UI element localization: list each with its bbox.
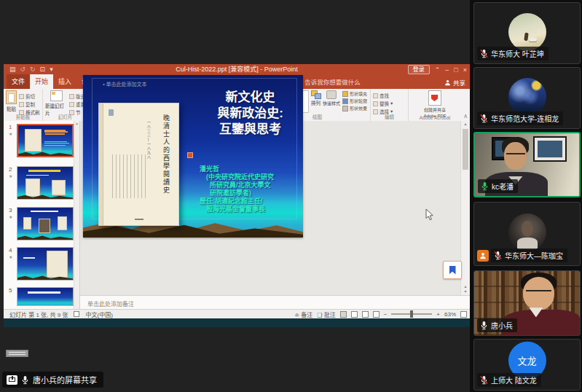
book-title-calligraphy: 晚清士人的西學閱讀史 xyxy=(162,114,171,195)
slide-body-text[interactable]: 潘光哲 (中央研究院近代史研究 所研究員/北京大學文 研院邀訪學者) 歷任:胡適… xyxy=(200,165,302,213)
animation-star-icon: ★ xyxy=(9,173,12,179)
login-button[interactable]: 登录 xyxy=(408,65,430,74)
notes-toggle[interactable]: ≐ 备注 xyxy=(294,310,312,318)
mic-active-icon xyxy=(481,181,489,191)
normal-view-icon[interactable] xyxy=(340,311,347,318)
accessibility-icon[interactable] xyxy=(74,311,79,317)
mic-muted-icon xyxy=(480,375,488,385)
participant-tile-5[interactable]: 唐小兵 xyxy=(473,270,581,336)
slide-thumbnail-4[interactable] xyxy=(17,247,74,281)
zoom-slider-thumb[interactable] xyxy=(410,310,413,318)
slide-thumbnail-1[interactable] xyxy=(17,124,74,157)
scrollbar-thumb[interactable] xyxy=(463,129,468,170)
save-icon[interactable]: ▤ xyxy=(9,64,16,75)
zoom-slider[interactable] xyxy=(391,313,432,315)
group-slides: 新建幻灯片 版式 重置 节 幻灯片 xyxy=(43,89,88,121)
participant-name: 上师大 陆文龙 xyxy=(491,375,537,385)
book-publisher-mark xyxy=(135,219,143,220)
close-icon[interactable]: × xyxy=(463,66,467,74)
notes-pane[interactable]: 单击此处添加备注 xyxy=(80,295,470,309)
participant-tile-6[interactable]: 文龙 上师大 陆文龙 xyxy=(473,339,581,391)
participant-tile-2[interactable]: 华东师范大学-连相龙 xyxy=(473,67,581,129)
animation-star-icon: ★ xyxy=(9,214,12,219)
participant-name: 华东师范大学-连相龙 xyxy=(491,113,559,124)
arrange-button[interactable]: 排列 xyxy=(311,90,321,113)
zoom-out-icon[interactable]: − xyxy=(384,311,388,318)
redo-icon[interactable]: ↻ xyxy=(30,64,36,75)
slide-counter: 幻灯片 第 1 张, 共 9 张 xyxy=(9,310,68,318)
thumbnail-row-4: 4 ★ xyxy=(4,247,79,283)
red-marker xyxy=(187,152,193,158)
slide-thumbnail-3[interactable] xyxy=(17,207,74,240)
animation-star-icon: ★ xyxy=(9,254,12,259)
slide-title-text[interactable]: 新文化史 與新政治史: 互鑒與思考 xyxy=(200,90,301,138)
slideshow-view-icon[interactable] xyxy=(373,311,380,318)
picture-frame xyxy=(533,136,566,162)
participants-panel: 华东师大 叶芷坤 华东师范大学-连相龙 xyxy=(470,0,582,392)
create-pdf-button[interactable]: 创建并共享 Adobe PDF xyxy=(411,90,459,118)
zoom-in-icon[interactable]: + xyxy=(436,311,440,318)
host-badge-icon xyxy=(477,250,489,262)
fit-slide-icon[interactable] xyxy=(460,311,467,318)
undo-icon[interactable]: ↺ xyxy=(20,64,26,75)
shape-effects-button[interactable]: 形状效果 xyxy=(342,105,367,111)
avatar-initials: 文龙 xyxy=(517,353,536,367)
slide-sorter-view-icon[interactable] xyxy=(351,311,358,318)
language-status[interactable]: 中文(中国) xyxy=(85,310,112,318)
thumb-number: 2 xyxy=(9,166,12,173)
copy-icon xyxy=(19,102,24,107)
reset-icon xyxy=(69,102,74,107)
share-button[interactable]: 共享 xyxy=(444,78,465,87)
slide-text-placeholder[interactable]: • 单击此处添加文本 xyxy=(103,80,146,87)
cut-button[interactable]: 剪切 xyxy=(19,93,40,100)
current-slide-canvas[interactable]: • 单击此处添加文本 晚清士人的西學閱讀史 一八三三—一八九八 新文化史 與新政… xyxy=(83,75,303,238)
slide-thumbnail-2[interactable] xyxy=(17,166,74,200)
quick-access-toolbar: ▤ ↺ ↻ ⊡ ▾ xyxy=(9,64,53,75)
participant-name: 唐小兵 xyxy=(491,320,513,331)
slide-thumbnail-5[interactable] xyxy=(17,287,74,306)
thumbnail-scrollbar[interactable]: ▴ xyxy=(74,121,79,309)
mic-on-icon xyxy=(480,321,488,330)
shape-fill-button[interactable]: 形状填充 xyxy=(342,90,367,97)
meeting-window: ▤ ↺ ↻ ⊡ ▾ Cul-Hist-2022.ppt [兼容模式] - Pow… xyxy=(0,0,582,392)
tell-me-box[interactable]: 告诉我你想要做什么 xyxy=(292,75,365,89)
maximize-icon[interactable]: □ xyxy=(454,66,457,74)
replace-button[interactable]: 替换 ▾ xyxy=(373,100,406,107)
tab-home[interactable]: 开始 xyxy=(30,74,53,89)
participant-name: kc老潘 xyxy=(492,181,514,192)
bookmark-popup[interactable] xyxy=(443,261,462,279)
thumbnail-row-2: 2 ★ xyxy=(4,166,79,203)
qat-customize-icon[interactable]: ▾ xyxy=(50,64,53,75)
comments-toggle[interactable]: ❑ 批注 xyxy=(317,310,335,318)
previous-slide-icon[interactable]: ▴ xyxy=(461,284,470,289)
book-cover-image[interactable]: 晚清士人的西學閱讀史 一八三三—一八九八 xyxy=(98,103,179,226)
participant-name: 华东师大 叶芷坤 xyxy=(491,48,544,59)
tab-insert[interactable]: 插入 xyxy=(53,74,76,89)
minimize-icon[interactable]: – xyxy=(445,66,449,74)
scroll-up-icon[interactable]: ▴ xyxy=(461,121,470,128)
find-button[interactable]: 查找 xyxy=(373,92,406,99)
copy-button[interactable]: 复制 xyxy=(19,101,40,108)
slideshow-icon[interactable]: ⊡ xyxy=(40,64,46,75)
reading-view-icon[interactable] xyxy=(362,311,369,318)
participant-tile-4[interactable]: 华东师大—陈珈宝 xyxy=(473,202,581,266)
quick-styles-button[interactable]: 快速样式 xyxy=(323,90,340,113)
participant-tile-1[interactable]: 华东师大 叶芷坤 xyxy=(473,2,581,64)
tab-file[interactable]: 文件 xyxy=(7,74,30,89)
paste-button[interactable]: 粘贴 xyxy=(6,90,17,116)
quick-styles-icon xyxy=(326,90,337,99)
collapse-ribbon-icon[interactable]: ∧ xyxy=(463,113,468,119)
thumb-number: 3 xyxy=(9,207,12,213)
animation-star-icon: ★ xyxy=(9,131,12,136)
ribbon-display-options-icon[interactable]: ⌃ xyxy=(435,66,441,74)
bookmark-icon xyxy=(449,266,456,275)
new-slide-icon xyxy=(50,90,63,101)
zoom-level[interactable]: 63% xyxy=(444,311,456,318)
screen-share-banner[interactable]: 唐小兵的屏幕共享 xyxy=(2,372,103,388)
avatar xyxy=(508,213,546,251)
participant-tile-3-active-speaker[interactable]: kc老潘 xyxy=(473,132,581,197)
next-slide-icon[interactable]: ▾ xyxy=(461,289,470,294)
shape-outline-button[interactable]: 形状轮廓 xyxy=(342,98,367,104)
thumb-number: 5 xyxy=(9,287,12,294)
mic-muted-icon xyxy=(480,114,488,123)
